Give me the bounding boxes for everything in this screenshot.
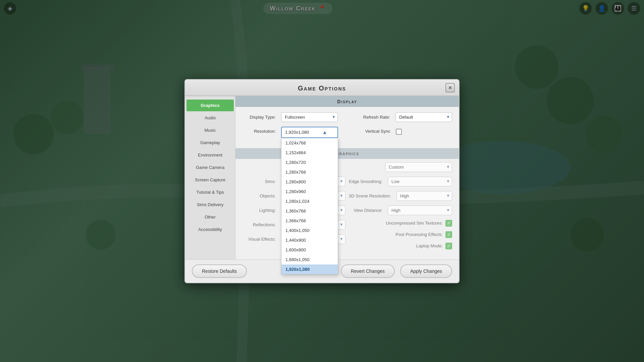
visual-effects-label: Visual Effects: xyxy=(242,237,276,242)
sidebar-item-graphics[interactable]: Graphics xyxy=(186,100,234,111)
edge-smoothing-row: Edge Smoothing: Low ▼ xyxy=(349,177,452,186)
sims-label: Sims: xyxy=(242,179,276,184)
laptop-mode-label: Laptop Mode: xyxy=(409,243,443,248)
resolution-option-11[interactable]: 1,600x900 xyxy=(281,245,338,255)
sidebar: Graphics Audio Music Gameplay Environmen… xyxy=(185,96,235,259)
revert-changes-button[interactable]: Revert Changes xyxy=(341,264,395,278)
view-distance-row: View Distance: High ▼ xyxy=(349,205,452,215)
display-type-label: Display Type: xyxy=(242,115,276,120)
resolution-option-13[interactable]: 1,920x1,080 xyxy=(281,264,338,274)
apply-changes-button[interactable]: Apply Changes xyxy=(400,264,452,278)
display-section-header: Display xyxy=(235,96,459,107)
resolution-up-arrow-icon: ▲ xyxy=(322,129,327,135)
quality-preset-select[interactable]: Custom xyxy=(385,162,452,172)
display-type-control: Fullscreen ▼ xyxy=(281,112,338,122)
dialog-body: Graphics Audio Music Gameplay Environmen… xyxy=(185,96,459,259)
resolution-dropdown-trigger[interactable]: 1,920x1,080 ▲ xyxy=(281,127,338,138)
resolution-dropdown-container: 1,920x1,080 ▲ 1,024x768 1,152x864 1,280x… xyxy=(281,127,338,138)
post-processing-checkbox[interactable]: ✓ xyxy=(445,231,452,238)
quality-preset-control: Custom ▼ xyxy=(385,162,452,172)
dialog-title: Game Options xyxy=(298,84,346,92)
resolution-option-0[interactable]: 1,024x768 xyxy=(281,138,338,148)
graphics-section-header: Graphics xyxy=(235,148,459,159)
resolution-option-4[interactable]: 1,280x800 xyxy=(281,177,338,187)
post-processing-label: Post Processing Effects: xyxy=(395,232,443,237)
modal-overlay: Game Options ✕ Graphics Audio Music Game… xyxy=(0,0,644,362)
uncompressed-textures-row: Uncompressed Sim Textures: ✓ xyxy=(349,220,452,227)
scene-resolution-control: High ▼ xyxy=(396,191,452,201)
graphics-col-right: Edge Smoothing: Low ▼ 3D Scene Resolutio… xyxy=(345,177,452,254)
view-distance-label: View Distance: xyxy=(349,208,382,213)
resolution-option-12[interactable]: 1,680x1,050 xyxy=(281,255,338,264)
resolution-option-10[interactable]: 1,440x900 xyxy=(281,235,338,245)
close-button[interactable]: ✕ xyxy=(445,83,455,93)
restore-defaults-button[interactable]: Restore Defaults xyxy=(192,264,247,278)
uncompressed-textures-checkbox[interactable]: ✓ xyxy=(445,220,452,227)
sidebar-item-tutorial[interactable]: Tutorial & Tips xyxy=(186,186,234,198)
vertical-sync-checkbox[interactable] xyxy=(396,129,402,135)
refresh-rate-select[interactable]: Default xyxy=(395,112,452,122)
sidebar-item-screen-capture[interactable]: Screen Capture xyxy=(186,174,234,186)
vertical-sync-label: Vertical Sync xyxy=(357,129,390,134)
post-processing-row: Post Processing Effects: ✓ xyxy=(349,231,452,238)
laptop-mode-checkbox[interactable]: ✓ xyxy=(445,243,452,249)
resolution-option-6[interactable]: 1,280x1,024 xyxy=(281,196,338,206)
sidebar-item-gameplay[interactable]: Gameplay xyxy=(186,137,234,148)
uncompressed-textures-label: Uncompressed Sim Textures: xyxy=(386,221,443,226)
resolution-option-3[interactable]: 1,280x768 xyxy=(281,167,338,177)
display-type-select[interactable]: Fullscreen xyxy=(281,112,338,122)
scene-resolution-row: 3D Scene Resolution: High ▼ xyxy=(349,191,452,201)
view-distance-select[interactable]: High xyxy=(388,205,452,215)
resolution-option-2[interactable]: 1,280x720 xyxy=(281,158,338,167)
graphics-settings: Custom ▼ Sims: xyxy=(235,159,459,259)
edge-smoothing-label: Edge Smoothing: xyxy=(349,179,382,184)
resolution-option-5[interactable]: 1,280x960 xyxy=(281,187,338,196)
sidebar-item-audio[interactable]: Audio xyxy=(186,112,234,124)
scene-resolution-select[interactable]: High xyxy=(396,191,452,201)
resolution-current-value: 1,920x1,080 xyxy=(285,130,309,135)
display-type-row: Display Type: Fullscreen ▼ Refresh Rate:… xyxy=(242,112,452,122)
edge-smoothing-control: Low ▼ xyxy=(388,177,452,186)
resolution-label: Resolution: xyxy=(242,129,276,134)
refresh-rate-label: Refresh Rate: xyxy=(357,115,390,120)
laptop-mode-row: Laptop Mode: ✓ xyxy=(349,243,452,249)
resolution-option-8[interactable]: 1,366x768 xyxy=(281,216,338,226)
resolution-option-9[interactable]: 1,400x1,050 xyxy=(281,226,338,235)
dialog-title-bar: Game Options ✕ xyxy=(185,80,459,96)
sidebar-item-sims-delivery[interactable]: Sims Delivery xyxy=(186,199,234,210)
sidebar-item-music[interactable]: Music xyxy=(186,124,234,136)
sidebar-item-environment[interactable]: Environment xyxy=(186,149,234,161)
graphics-two-col: Sims: High ▼ Objects: xyxy=(242,177,452,254)
edge-smoothing-select[interactable]: Low xyxy=(388,177,452,186)
refresh-rate-control: Default ▼ xyxy=(395,112,452,122)
resolution-option-7[interactable]: 1,360x768 xyxy=(281,206,338,216)
resolution-row: Resolution: 1,920x1,080 ▲ 1,024x768 1,15… xyxy=(242,127,452,138)
resolution-option-1[interactable]: 1,152x864 xyxy=(281,148,338,158)
reflections-label: Reflections: xyxy=(242,222,276,227)
game-options-dialog: Game Options ✕ Graphics Audio Music Game… xyxy=(184,79,460,283)
quality-preset-row: Custom ▼ xyxy=(242,162,452,172)
sidebar-item-game-camera[interactable]: Game Camera xyxy=(186,162,234,173)
main-content: Display Display Type: Fullscreen ▼ Refre… xyxy=(235,96,459,259)
scene-resolution-label: 3D Scene Resolution: xyxy=(349,193,391,198)
sidebar-item-other[interactable]: Other xyxy=(186,211,234,223)
resolution-dropdown-list: 1,024x768 1,152x864 1,280x720 1,280x768 … xyxy=(281,138,338,275)
sidebar-item-accessibility[interactable]: Accessibility xyxy=(186,224,234,235)
view-distance-control: High ▼ xyxy=(388,205,452,215)
objects-label: Objects: xyxy=(242,193,276,198)
lighting-label: Lighting: xyxy=(242,208,276,213)
display-settings: Display Type: Fullscreen ▼ Refresh Rate:… xyxy=(235,107,459,148)
